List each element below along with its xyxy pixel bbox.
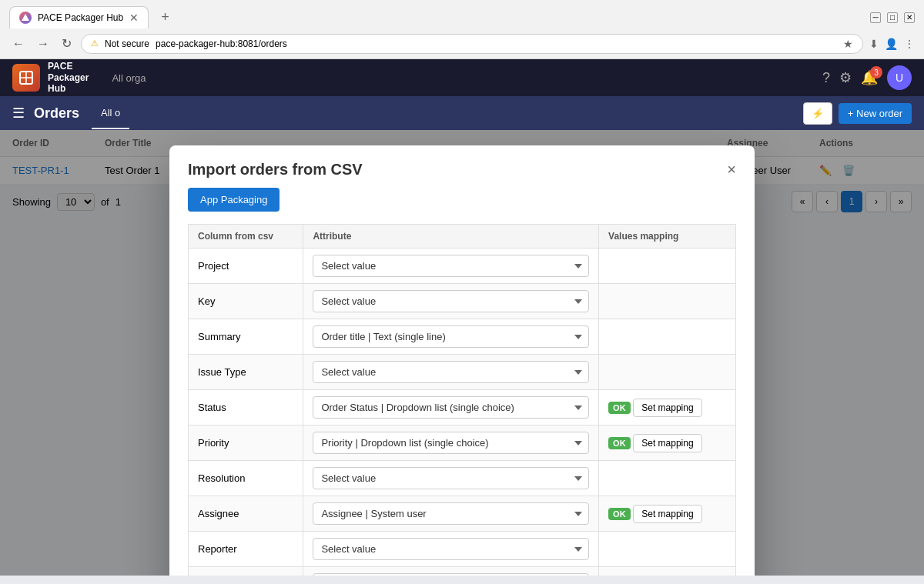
help-button[interactable]: ? [822, 70, 830, 86]
csv-column-cell: Assignee [189, 496, 303, 532]
settings-button[interactable]: ⚙ [839, 69, 852, 86]
mapping-table: Column from csv Attribute Values mapping… [188, 224, 736, 576]
values-mapping-cell: OK Set mapping [599, 425, 736, 461]
set-mapping-button[interactable]: Set mapping [633, 505, 701, 523]
app-packaging-tab[interactable]: App Packaging [188, 188, 280, 212]
csv-column-cell: Creator [189, 567, 303, 576]
csv-column-cell: Priority [189, 425, 303, 461]
notification-badge: 3 [870, 66, 882, 78]
modal-tab-strip: App Packaging [188, 188, 736, 212]
attribute-select[interactable]: Select value [313, 538, 589, 560]
mapping-row: ProjectSelect value [189, 249, 736, 284]
profile-button[interactable]: 👤 [885, 38, 898, 50]
tab-title: PACE Packager Hub [38, 12, 123, 23]
back-button[interactable]: ← [9, 34, 28, 54]
bookmark-button[interactable]: ★ [843, 38, 853, 50]
top-nav-right: ? ⚙ 🔔 3 U [822, 65, 912, 90]
maximize-button[interactable]: □ [887, 12, 898, 23]
modal-close-button[interactable]: × [727, 161, 736, 179]
mapping-row: AssigneeAssignee | System userOK Set map… [189, 496, 736, 532]
attribute-cell: Creator | System user [303, 567, 599, 576]
modal-header: Import orders from CSV × [169, 145, 755, 188]
set-mapping-button[interactable]: Set mapping [633, 399, 701, 417]
set-mapping-button[interactable]: Set mapping [633, 576, 701, 576]
values-mapping-cell [599, 532, 736, 567]
modal-body: App Packaging Column from csv Attribute … [169, 188, 755, 576]
mapping-row: CreatorCreator | System userOK Set mappi… [189, 567, 736, 576]
new-order-button[interactable]: + New order [839, 103, 912, 124]
browser-addressbar: ← → ↻ ⚠ Not secure pace-packager-hub:808… [0, 28, 924, 58]
attribute-cell: Select value [303, 284, 599, 319]
logo-text: PACE Packager Hub [48, 61, 89, 94]
set-mapping-button[interactable]: Set mapping [633, 434, 701, 452]
attribute-cell: Assignee | System user [303, 496, 599, 532]
attribute-select[interactable]: Select value [313, 467, 589, 489]
modal-overlay[interactable]: Import orders from CSV × App Packaging C… [0, 130, 924, 576]
table-area: Order ID Order Title Assignee Actions TE… [0, 130, 924, 576]
window-controls: ─ □ ✕ [870, 12, 915, 23]
csv-column-cell: Summary [189, 319, 303, 355]
attribute-select[interactable]: Order title | Text (single line) [313, 325, 589, 348]
minimize-button[interactable]: ─ [870, 12, 881, 23]
filter-button[interactable]: ⚡ [803, 102, 832, 125]
mapping-row: ResolutionSelect value [189, 461, 736, 496]
csv-column-cell: Status [189, 390, 303, 425]
extensions-button[interactable]: ⬇ [869, 38, 879, 50]
values-mapping-cell: OK Set mapping [599, 567, 736, 576]
csv-column-cell: Issue Type [189, 355, 303, 390]
values-mapping-cell [599, 249, 736, 284]
mapping-row: StatusOrder Status | Dropdown list (sing… [189, 390, 736, 425]
hamburger-button[interactable]: ☰ [12, 105, 25, 122]
values-mapping-cell: OK Set mapping [599, 496, 736, 532]
attribute-cell: Select value [303, 249, 599, 284]
mapping-table-header-row: Column from csv Attribute Values mapping [189, 225, 736, 249]
secondary-nav: ☰ Orders All o ⚡ + New order [0, 96, 924, 130]
modal: Import orders from CSV × App Packaging C… [169, 145, 755, 576]
values-mapping-cell [599, 461, 736, 496]
values-mapping-cell [599, 355, 736, 390]
tab-favicon [19, 12, 32, 24]
csv-column-cell: Key [189, 284, 303, 319]
browser-titlebar: PACE Packager Hub ✕ + ─ □ ✕ [0, 0, 924, 28]
security-icon: ⚠ [91, 38, 99, 48]
modal-title: Import orders from CSV [188, 161, 363, 179]
attribute-select[interactable]: Assignee | System user [313, 502, 589, 525]
attribute-cell: Order title | Text (single line) [303, 319, 599, 355]
attribute-cell: Select value [303, 461, 599, 496]
attribute-cell: Priority | Dropdown list (single choice) [303, 425, 599, 461]
svg-marker-0 [22, 14, 29, 21]
ok-badge: OK [608, 508, 631, 520]
browser-tab[interactable]: PACE Packager Hub ✕ [9, 6, 149, 28]
browser-chrome: PACE Packager Hub ✕ + ─ □ ✕ ← → ↻ ⚠ Not … [0, 0, 924, 59]
close-window-button[interactable]: ✕ [904, 12, 915, 23]
attribute-cell: Order Status | Dropdown list (single cho… [303, 390, 599, 425]
csv-column-cell: Reporter [189, 532, 303, 567]
attribute-cell: Select value [303, 355, 599, 390]
avatar[interactable]: U [887, 65, 912, 90]
values-mapping-cell [599, 319, 736, 355]
col-values-mapping: Values mapping [599, 225, 736, 249]
new-tab-button[interactable]: + [155, 6, 176, 28]
attribute-select[interactable]: Creator | System user [313, 573, 589, 576]
top-nav-links: All orga [104, 68, 153, 88]
attribute-select[interactable]: Select value [313, 290, 589, 312]
secondary-nav-right: ⚡ + New order [803, 102, 912, 125]
all-orga-link[interactable]: All orga [104, 68, 153, 88]
all-orders-tab[interactable]: All o [92, 98, 129, 129]
menu-button[interactable]: ⋮ [904, 38, 915, 50]
tab-close-button[interactable]: ✕ [129, 12, 139, 24]
values-mapping-cell [599, 284, 736, 319]
attribute-select[interactable]: Priority | Dropdown list (single choice) [313, 432, 589, 454]
attribute-select[interactable]: Order Status | Dropdown list (single cho… [313, 396, 589, 419]
mapping-row: KeySelect value [189, 284, 736, 319]
notifications-button[interactable]: 🔔 3 [861, 69, 878, 86]
attribute-select[interactable]: Select value [313, 361, 589, 383]
attribute-cell: Select value [303, 532, 599, 567]
address-bar[interactable]: ⚠ Not secure pace-packager-hub:8081/orde… [81, 34, 863, 54]
mapping-row: ReporterSelect value [189, 532, 736, 567]
app-container: PACE Packager Hub All orga ? ⚙ 🔔 3 U ☰ O… [0, 59, 924, 576]
attribute-select[interactable]: Select value [313, 255, 589, 277]
reload-button[interactable]: ↻ [59, 33, 75, 54]
url-text: pace-packager-hub:8081/orders [156, 38, 287, 49]
forward-button[interactable]: → [34, 34, 52, 54]
